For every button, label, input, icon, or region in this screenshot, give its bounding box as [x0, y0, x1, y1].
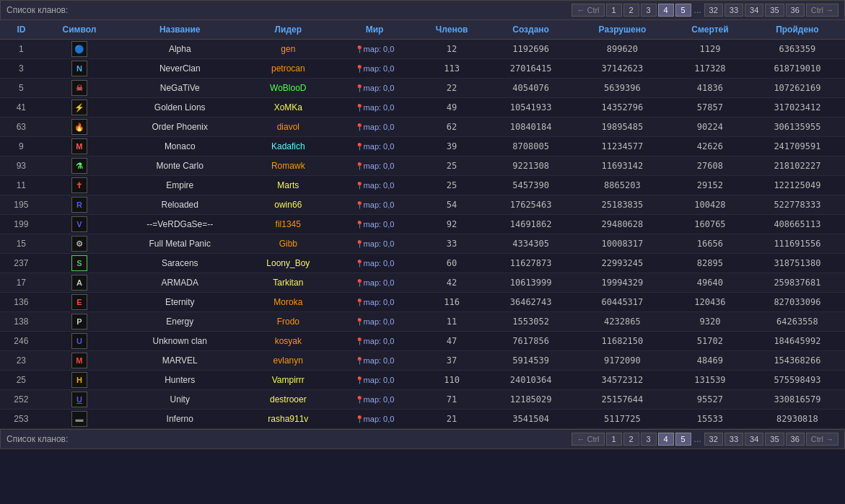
page-33-btn[interactable]: 33 [724, 4, 743, 17]
cell-name[interactable]: Monaco [116, 137, 243, 156]
cell-map[interactable]: 📍map: 0,0 [333, 79, 416, 98]
cell-name[interactable]: MARVEL [116, 351, 243, 371]
bottom-page-36-btn[interactable]: 36 [786, 433, 805, 446]
cell-leader[interactable]: Frodo [243, 312, 333, 332]
page-1-btn[interactable]: 1 [606, 4, 622, 17]
cell-leader[interactable]: Moroka [243, 293, 333, 312]
cell-leader[interactable]: fil1345 [243, 215, 333, 234]
page-34-btn[interactable]: 34 [745, 4, 763, 17]
bottom-page-35-btn[interactable]: 35 [765, 433, 784, 446]
table-row[interactable]: 237 S Saracens Loony_Boy 📍map: 0,0 60 11… [0, 254, 845, 273]
cell-name[interactable]: Empire [116, 176, 243, 195]
cell-map[interactable]: 📍map: 0,0 [333, 40, 416, 59]
cell-leader[interactable]: owin66 [243, 195, 333, 215]
cell-name[interactable]: Monte Carlo [116, 156, 243, 176]
table-row[interactable]: 63 🔥 Order Phoenix diavol 📍map: 0,0 62 1… [0, 118, 845, 137]
bottom-ctrl-right-btn[interactable]: Ctrl → [806, 433, 839, 446]
ctrl-right-btn[interactable]: Ctrl → [806, 4, 839, 17]
page-3-btn[interactable]: 3 [641, 4, 657, 17]
cell-map[interactable]: 📍map: 0,0 [333, 312, 416, 332]
bottom-page-32-btn[interactable]: 32 [704, 433, 723, 446]
cell-leader[interactable]: evlanyn [243, 351, 333, 371]
cell-name[interactable]: Eternity [116, 293, 243, 312]
cell-name[interactable]: Inferno [116, 410, 243, 429]
cell-name[interactable]: ARMADA [116, 273, 243, 293]
cell-map[interactable]: 📍map: 0,0 [333, 293, 416, 312]
bottom-page-34-btn[interactable]: 34 [745, 433, 763, 446]
cell-name[interactable]: Full Metal Panic [116, 234, 243, 254]
table-row[interactable]: 252 U Unity destrooer 📍map: 0,0 71 12185… [0, 390, 845, 410]
cell-leader[interactable]: Vampirrr [243, 371, 333, 390]
cell-leader[interactable]: kosyak [243, 332, 333, 351]
cell-leader[interactable]: petrocan [243, 59, 333, 79]
bottom-ctrl-left-btn[interactable]: ← Ctrl [572, 433, 604, 446]
page-2-btn[interactable]: 2 [623, 4, 639, 17]
cell-map[interactable]: 📍map: 0,0 [333, 215, 416, 234]
ctrl-left-btn[interactable]: ← Ctrl [572, 4, 604, 17]
cell-name[interactable]: Reloaded [116, 195, 243, 215]
table-row[interactable]: 5 ☠ NeGaTiVe WoBlooD 📍map: 0,0 22 405407… [0, 79, 845, 98]
cell-map[interactable]: 📍map: 0,0 [333, 59, 416, 79]
page-35-btn[interactable]: 35 [765, 4, 784, 17]
cell-leader[interactable]: destrooer [243, 390, 333, 410]
table-row[interactable]: 93 ⚗ Monte Carlo Romawk 📍map: 0,0 25 922… [0, 156, 845, 176]
table-row[interactable]: 199 V --=VeRDGaSe=-- fil1345 📍map: 0,0 9… [0, 215, 845, 234]
cell-leader[interactable]: rasha911v [243, 410, 333, 429]
cell-leader[interactable]: XoMKa [243, 98, 333, 118]
cell-map[interactable]: 📍map: 0,0 [333, 195, 416, 215]
cell-leader[interactable]: WoBlooD [243, 79, 333, 98]
table-row[interactable]: 23 M MARVEL evlanyn 📍map: 0,0 37 5914539… [0, 351, 845, 371]
cell-map[interactable]: 📍map: 0,0 [333, 98, 416, 118]
cell-name[interactable]: Order Phoenix [116, 118, 243, 137]
table-row[interactable]: 9 M Monaco Kadafich 📍map: 0,0 39 8708005… [0, 137, 845, 156]
cell-name[interactable]: NeverClan [116, 59, 243, 79]
table-row[interactable]: 25 H Hunters Vampirrr 📍map: 0,0 110 2401… [0, 371, 845, 390]
cell-leader[interactable]: Tarkitan [243, 273, 333, 293]
cell-leader[interactable]: diavol [243, 118, 333, 137]
bottom-page-1-btn[interactable]: 1 [606, 433, 622, 446]
cell-name[interactable]: Unknown clan [116, 332, 243, 351]
cell-map[interactable]: 📍map: 0,0 [333, 137, 416, 156]
table-row[interactable]: 1 🔵 Alpha gen 📍map: 0,0 12 1192696 89962… [0, 40, 845, 59]
page-4-btn[interactable]: 4 [658, 4, 674, 17]
table-row[interactable]: 3 N NeverClan petrocan 📍map: 0,0 113 270… [0, 59, 845, 79]
cell-leader[interactable]: Loony_Boy [243, 254, 333, 273]
table-row[interactable]: 246 U Unknown clan kosyak 📍map: 0,0 47 7… [0, 332, 845, 351]
table-row[interactable]: 15 ⚙ Full Metal Panic Gibb 📍map: 0,0 33 … [0, 234, 845, 254]
cell-map[interactable]: 📍map: 0,0 [333, 410, 416, 429]
cell-name[interactable]: Golden Lions [116, 98, 243, 118]
cell-map[interactable]: 📍map: 0,0 [333, 351, 416, 371]
table-row[interactable]: 11 ✝ Empire Marts 📍map: 0,0 25 5457390 8… [0, 176, 845, 195]
cell-leader[interactable]: Kadafich [243, 137, 333, 156]
bottom-page-2-btn[interactable]: 2 [623, 433, 639, 446]
page-32-btn[interactable]: 32 [704, 4, 723, 17]
cell-name[interactable]: Saracens [116, 254, 243, 273]
cell-map[interactable]: 📍map: 0,0 [333, 332, 416, 351]
cell-leader[interactable]: Marts [243, 176, 333, 195]
table-row[interactable]: 253 ▬ Inferno rasha911v 📍map: 0,0 21 354… [0, 410, 845, 429]
cell-map[interactable]: 📍map: 0,0 [333, 234, 416, 254]
table-row[interactable]: 195 R Reloaded owin66 📍map: 0,0 54 17625… [0, 195, 845, 215]
cell-map[interactable]: 📍map: 0,0 [333, 390, 416, 410]
table-row[interactable]: 136 E Eternity Moroka 📍map: 0,0 116 3646… [0, 293, 845, 312]
page-36-btn[interactable]: 36 [786, 4, 805, 17]
cell-name[interactable]: Unity [116, 390, 243, 410]
cell-leader[interactable]: Romawk [243, 156, 333, 176]
table-row[interactable]: 17 A ARMADA Tarkitan 📍map: 0,0 42 106139… [0, 273, 845, 293]
bottom-page-5-btn[interactable]: 5 [675, 433, 691, 446]
table-row[interactable]: 138 P Energy Frodo 📍map: 0,0 11 1553052 … [0, 312, 845, 332]
bottom-page-4-btn[interactable]: 4 [658, 433, 674, 446]
cell-leader[interactable]: gen [243, 40, 333, 59]
cell-map[interactable]: 📍map: 0,0 [333, 254, 416, 273]
bottom-page-33-btn[interactable]: 33 [724, 433, 743, 446]
cell-map[interactable]: 📍map: 0,0 [333, 118, 416, 137]
cell-name[interactable]: Energy [116, 312, 243, 332]
cell-leader[interactable]: Gibb [243, 234, 333, 254]
page-5-btn[interactable]: 5 [675, 4, 691, 17]
cell-map[interactable]: 📍map: 0,0 [333, 156, 416, 176]
bottom-page-3-btn[interactable]: 3 [641, 433, 657, 446]
table-row[interactable]: 41 ⚡ Golden Lions XoMKa 📍map: 0,0 49 105… [0, 98, 845, 118]
cell-map[interactable]: 📍map: 0,0 [333, 176, 416, 195]
cell-name[interactable]: NeGaTiVe [116, 79, 243, 98]
cell-name[interactable]: --=VeRDGaSe=-- [116, 215, 243, 234]
